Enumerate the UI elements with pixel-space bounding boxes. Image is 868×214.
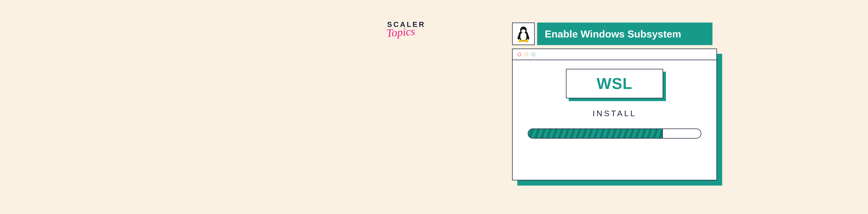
hero-illustration: SCALER Topics Enable Windows Subsyste <box>387 23 665 192</box>
install-label: INSTALL <box>592 109 637 118</box>
minimize-icon[interactable] <box>524 52 528 57</box>
wsl-card: WSL <box>566 69 663 98</box>
header-title: Enable Windows Subsystem <box>545 28 681 40</box>
close-icon[interactable] <box>518 52 521 57</box>
progress-fill <box>528 129 663 138</box>
wsl-label: WSL <box>597 75 632 93</box>
header-title-bar: Enable Windows Subsystem <box>537 23 712 45</box>
maximize-icon[interactable] <box>531 52 535 57</box>
penguin-icon <box>517 26 530 42</box>
brand-logo: SCALER Topics <box>387 21 426 37</box>
tux-penguin-icon <box>512 23 535 45</box>
app-window-wrap: WSL INSTALL <box>512 48 717 180</box>
logo-line-topics: Topics <box>386 27 415 38</box>
svg-point-5 <box>524 29 525 30</box>
svg-point-4 <box>522 29 523 30</box>
window-titlebar <box>513 49 716 60</box>
window-body: WSL INSTALL <box>513 60 716 180</box>
svg-point-2 <box>520 32 527 41</box>
svg-point-7 <box>524 29 525 30</box>
wsl-card-wrap: WSL <box>566 69 663 98</box>
app-window: WSL INSTALL <box>512 48 717 180</box>
svg-point-6 <box>522 29 523 30</box>
progress-bar <box>528 129 701 139</box>
header-row: Enable Windows Subsystem <box>512 23 712 45</box>
